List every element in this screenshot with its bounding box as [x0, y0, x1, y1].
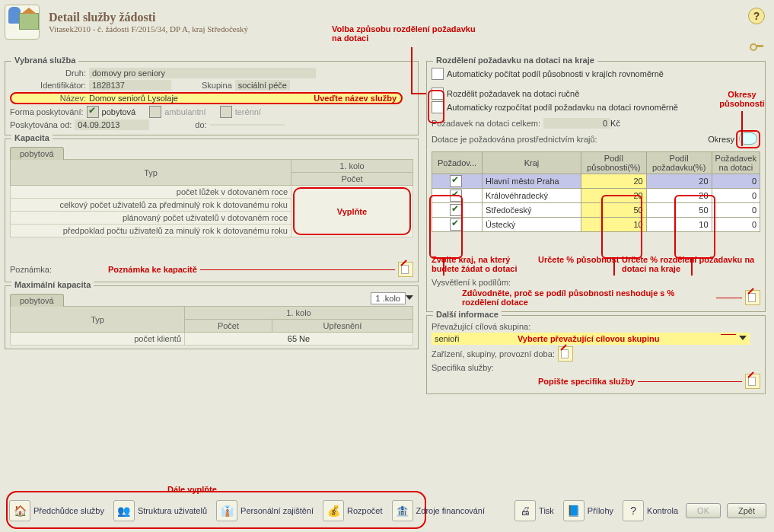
personalni-button[interactable]: 👔Personální zajištění	[216, 500, 314, 521]
help-icon[interactable]: ?	[748, 8, 765, 24]
podil-pusobnosti[interactable]: 20	[581, 174, 646, 189]
id-value: 1828137	[89, 80, 171, 91]
hint-urcete-rozdeleni: Určete % rozdělení požadavku na dotaci n…	[622, 255, 754, 273]
hint-okresy: Okresy působnosti	[715, 90, 769, 108]
skupina-value: sociální péče	[235, 80, 290, 91]
okresy-label: Okresy	[708, 135, 734, 144]
pozadavek-celkem-label: Požadavek na dotaci celkem:	[432, 119, 543, 128]
kc-label: Kč	[610, 119, 620, 128]
forma-pobytova-check	[87, 106, 99, 118]
kraj-name: Hlavní město Praha	[483, 174, 581, 189]
prilohy-button[interactable]: 📘Přílohy	[563, 500, 613, 521]
forma-terenni-label: terénní	[235, 107, 261, 116]
poznamka-hint: Poznámka ke kapacitě	[108, 265, 197, 274]
kap-th-kolo: 1. kolo	[291, 160, 413, 173]
kap-row: počet lůžek v dotovaném roce	[11, 186, 291, 199]
auto-pusobnost-label: Automaticky počítat podíl působnosti v k…	[447, 69, 664, 78]
prev-skupina-value: senioři	[435, 334, 459, 343]
kraj-name: Ústecký	[483, 218, 581, 232]
kapacita-tab[interactable]: pobytová	[10, 147, 64, 160]
pozadavek-celkem-value: 0	[543, 118, 610, 129]
kraj-check[interactable]	[450, 218, 462, 231]
rucne-check[interactable]	[432, 88, 444, 100]
poznamka-edit-icon[interactable]	[398, 262, 413, 277]
max-legend: Maximální kapacita	[11, 280, 94, 289]
vysvetleni-label: Vysvětlení k podílům:	[432, 278, 514, 287]
specifika-edit-icon[interactable]	[745, 374, 760, 389]
kraj-check[interactable]	[450, 175, 462, 187]
vysvetleni-edit-icon[interactable]	[745, 290, 760, 305]
kolo-select[interactable]: 1 .kolo	[371, 292, 406, 304]
skupina-label: Skupina	[202, 81, 235, 90]
pozadavek-dotaci[interactable]: 0	[712, 218, 760, 232]
kraj-check[interactable]	[450, 190, 462, 202]
poznamka-label: Poznámka:	[10, 265, 55, 274]
kraje-grid[interactable]: Požadov... Kraj Podíl působnosti(%) Podí…	[432, 151, 760, 232]
do-value	[210, 124, 285, 126]
bottom-bar: 🏠Předchůdce služby 👥Struktura uživatelů …	[5, 494, 769, 527]
dalsi-info-box: Další informace Převažující cílová skupi…	[426, 315, 766, 394]
predchudce-button[interactable]: 🏠Předchůdce služby	[9, 500, 104, 521]
podil-pozadavku[interactable]: 10	[646, 218, 712, 232]
grid-th-kraj: Kraj	[483, 152, 581, 174]
max-th-pocet: Počet	[185, 320, 272, 333]
nazev-label: Název:	[16, 94, 89, 103]
kraj-name: Středočeský	[483, 203, 581, 218]
max-th-kolo: 1. kolo	[185, 307, 413, 320]
pozadavek-dotaci[interactable]: 0	[712, 174, 760, 189]
key-icon[interactable]	[750, 43, 763, 50]
prev-skupina-select[interactable]: senioři Vyberte převažující cílovou skup…	[432, 333, 750, 345]
podil-pusobnosti[interactable]: 10	[581, 218, 646, 232]
specifika-label: Specifika služby:	[432, 363, 497, 372]
max-row-value: 65 Ne	[185, 333, 413, 346]
forma-ambulantni-label: ambulantní	[164, 107, 205, 116]
kap-th-typ: Typ	[11, 160, 291, 186]
max-th-typ: Typ	[11, 307, 185, 333]
kapacita-legend: Kapacita	[11, 133, 53, 142]
zdroje-button[interactable]: 🏦Zdroje financování	[392, 500, 486, 521]
prev-skupina-hint: Vyberte převažující cílovou skupinu	[518, 334, 660, 343]
dotace-kraju-label: Dotace je požadována prostřednictvím kra…	[432, 135, 600, 144]
tisk-button[interactable]: 🖨Tisk	[514, 500, 554, 521]
chevron-down-icon[interactable]	[406, 294, 413, 301]
do-label: do:	[195, 120, 209, 129]
podil-pusobnosti[interactable]: 20	[581, 189, 646, 203]
pozadavek-dotaci[interactable]: 0	[712, 189, 760, 203]
zpet-button[interactable]: Zpět	[727, 503, 766, 518]
nazev-value[interactable]: Domov seniorů Lysolaje	[89, 94, 178, 103]
zarizeni-edit-icon[interactable]	[558, 346, 573, 362]
specifika-hint: Popište specifika služby	[538, 377, 635, 386]
struktura-button[interactable]: 👥Struktura uživatelů	[113, 500, 207, 521]
max-table: Typ1. kolo PočetUpřesnění počet klientů6…	[10, 306, 413, 346]
ok-button[interactable]: OK	[686, 503, 721, 518]
prev-skupina-label: Převažující cílová skupina:	[432, 322, 534, 331]
rozdeleni-legend: Rozdělení požadavku na dotaci na kraje	[433, 56, 597, 65]
kontrola-button[interactable]: ?Kontrola	[623, 500, 678, 521]
id-label: Identifikátor:	[10, 81, 89, 90]
podil-pusobnosti[interactable]: 50	[581, 203, 646, 218]
forma-terenni-check	[220, 106, 232, 118]
kraj-check[interactable]	[450, 204, 462, 216]
forma-pobytova-label: pobytová	[102, 107, 136, 116]
rozpocet-button[interactable]: 💰Rozpočet	[323, 500, 382, 521]
podil-pozadavku[interactable]: 50	[646, 203, 712, 218]
auto-pozadavek-check[interactable]	[432, 101, 444, 113]
hint-zduvodnete: Zdůvodněte, proč se podíl působnosti nes…	[462, 288, 713, 307]
auto-pusobnost-check[interactable]	[432, 68, 444, 80]
od-value: 04.09.2013	[75, 119, 149, 130]
chevron-down-icon[interactable]	[739, 334, 747, 342]
grid-th-podil-poz: Podíl požadavku(%)	[646, 152, 712, 174]
kapacita-table: Typ1. kolo Počet počet lůžek v dotovaném…	[10, 159, 413, 237]
pozadavek-dotaci[interactable]: 0	[712, 203, 760, 218]
max-tab[interactable]: pobytová	[10, 294, 64, 307]
zarizeni-label: Zařízení, skupiny, provozní doba:	[432, 349, 558, 358]
page-title: Detail služby žádosti	[49, 11, 248, 24]
auto-pozadavek-label: Automaticky rozpočítat podíl požadavku n…	[447, 103, 678, 112]
nazev-hint: Uveďte název služby	[314, 94, 397, 103]
forma-label: Forma poskytování:	[10, 107, 87, 116]
max-kapacita-box: Maximální kapacita pobytová 1 .kolo Typ1…	[5, 285, 419, 349]
kap-th-pocet: Počet	[291, 173, 413, 186]
podil-pozadavku[interactable]: 20	[646, 189, 712, 203]
hint-volba-zpusobu: Volba způsobu rozdělení požadavku na dot…	[332, 24, 484, 43]
podil-pozadavku[interactable]: 20	[646, 174, 712, 189]
